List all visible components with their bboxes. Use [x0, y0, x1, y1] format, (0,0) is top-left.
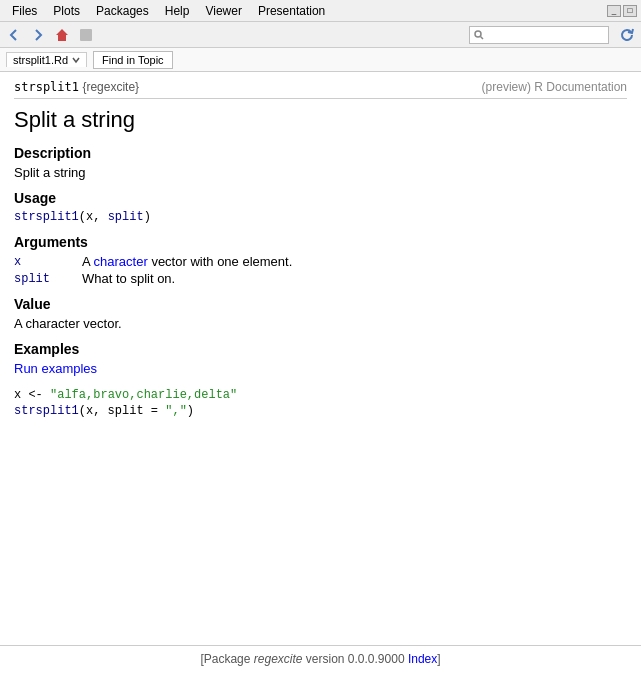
tab-bar: strsplit1.Rd Find in Topic — [0, 48, 641, 72]
examples-heading: Examples — [14, 341, 627, 357]
maximize-button[interactable]: □ — [623, 5, 637, 17]
content-area: strsplit1 {regexcite} (preview) R Docume… — [0, 72, 641, 645]
menu-plots[interactable]: Plots — [45, 2, 88, 20]
stop-button[interactable] — [76, 25, 96, 45]
ex-func-name: strsplit1 — [14, 404, 79, 418]
value-heading: Value — [14, 296, 627, 312]
arg-split-desc: What to split on. — [82, 271, 627, 286]
ex-arrow: <- — [28, 388, 50, 402]
back-button[interactable] — [4, 25, 24, 45]
ex-func-args: (x, split = ",") — [79, 404, 194, 418]
arg-x-desc: A character vector with one element. — [82, 254, 627, 269]
minimize-button[interactable]: _ — [607, 5, 621, 17]
character-link[interactable]: character — [94, 254, 148, 269]
footer-package-name: regexcite — [254, 652, 303, 666]
menu-presentation[interactable]: Presentation — [250, 2, 333, 20]
example-code-block: x <- "alfa,bravo,charlie,delta" strsplit… — [14, 388, 627, 418]
description-text: Split a string — [14, 165, 627, 180]
usage-code: strsplit1(x, split) — [14, 210, 627, 224]
search-input[interactable] — [484, 29, 604, 41]
ex-string-value: "alfa,bravo,charlie,delta" — [50, 388, 237, 402]
home-button[interactable] — [52, 25, 72, 45]
usage-func: strsplit1 — [14, 210, 79, 224]
example-line-2: strsplit1(x, split = ",") — [14, 404, 627, 418]
arg-split-name: split — [14, 271, 74, 286]
footer-index-link[interactable]: Index — [408, 652, 437, 666]
example-line-1: x <- "alfa,bravo,charlie,delta" — [14, 388, 627, 402]
doc-title: Split a string — [14, 107, 627, 133]
function-name: strsplit1 — [14, 80, 79, 94]
preview-label: (preview) R Documentation — [482, 80, 627, 94]
package-ref: strsplit1 {regexcite} — [14, 80, 139, 94]
menu-files[interactable]: Files — [4, 2, 45, 20]
tab-strsplit1[interactable]: strsplit1.Rd — [6, 52, 87, 67]
search-box[interactable] — [469, 26, 609, 44]
footer-text: [Package regexcite version 0.0.0.9000 In… — [200, 652, 440, 666]
toolbar — [0, 22, 641, 48]
ex-var-x: x — [14, 388, 21, 402]
usage-heading: Usage — [14, 190, 627, 206]
tab-label: strsplit1.Rd — [13, 54, 68, 66]
package-name-braces: {regexcite} — [82, 80, 139, 94]
arg-x-name: x — [14, 254, 74, 269]
refresh-button[interactable] — [617, 25, 637, 45]
find-in-topic-button[interactable]: Find in Topic — [93, 51, 173, 69]
menu-help[interactable]: Help — [157, 2, 198, 20]
svg-marker-0 — [56, 29, 68, 41]
svg-line-3 — [481, 36, 484, 39]
description-heading: Description — [14, 145, 627, 161]
doc-footer: [Package regexcite version 0.0.0.9000 In… — [0, 645, 641, 670]
menu-packages[interactable]: Packages — [88, 2, 157, 20]
run-examples-link[interactable]: Run examples — [14, 361, 97, 376]
usage-args: (x, split) — [79, 210, 151, 224]
tab-dropdown-icon — [72, 56, 80, 64]
arguments-heading: Arguments — [14, 234, 627, 250]
svg-point-2 — [475, 31, 481, 37]
svg-rect-1 — [80, 29, 92, 41]
value-text: A character vector. — [14, 316, 627, 331]
arguments-table: x A character vector with one element. s… — [14, 254, 627, 286]
forward-button[interactable] — [28, 25, 48, 45]
search-icon — [474, 30, 484, 40]
menu-viewer[interactable]: Viewer — [197, 2, 249, 20]
menu-bar: Files Plots Packages Help Viewer Present… — [0, 0, 641, 22]
doc-header: strsplit1 {regexcite} (preview) R Docume… — [14, 80, 627, 99]
